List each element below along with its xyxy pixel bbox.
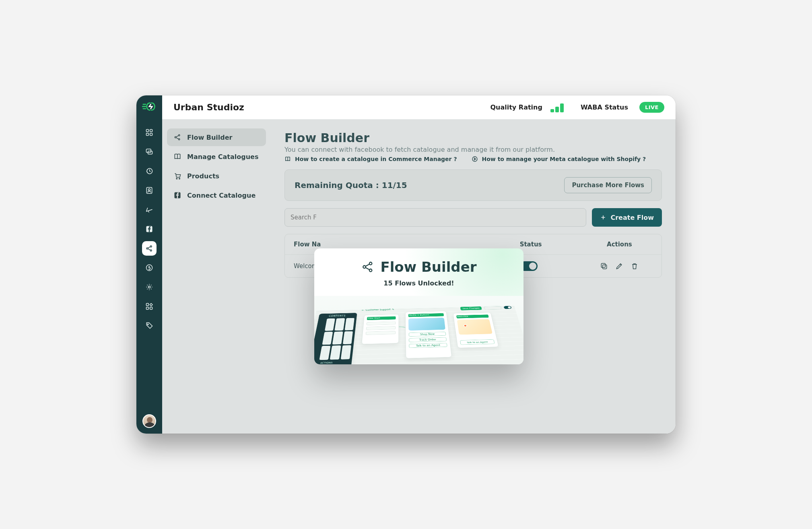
- header: Urban Studioz Quality Rating WABA Status…: [162, 95, 676, 120]
- nav-flows[interactable]: [142, 241, 157, 256]
- svg-point-14: [148, 286, 150, 288]
- modal-subtitle: 15 Flows Unlocked!: [322, 279, 515, 287]
- nav-billing[interactable]: [142, 260, 157, 275]
- svg-point-8: [148, 189, 150, 191]
- nav-broadcast[interactable]: [142, 203, 157, 217]
- preview-save-chip: Save Changes: [460, 306, 482, 310]
- brand-logo-icon: [142, 101, 157, 112]
- preview-flow-start: Flow Start: [361, 314, 399, 344]
- svg-rect-17: [146, 307, 149, 310]
- quality-rating-label: Quality Rating: [490, 103, 542, 111]
- flow-icon: [361, 260, 375, 274]
- preview-webview-card: Webview Talk to an Agent: [453, 312, 499, 348]
- modal-title: Flow Builder: [361, 259, 476, 275]
- svg-point-29: [369, 262, 372, 265]
- flow-builder-modal: Flow Builder 15 Flows Unlocked! ← Custom…: [314, 248, 523, 364]
- waba-status-label: WABA Status: [581, 103, 628, 111]
- preview-media-card: Media + Buttons Shop Now Track Order Tal…: [405, 311, 452, 358]
- svg-point-28: [363, 266, 366, 269]
- svg-rect-0: [146, 130, 149, 132]
- svg-point-10: [146, 248, 148, 249]
- svg-rect-3: [150, 133, 153, 136]
- nav-dashboard[interactable]: [142, 125, 157, 140]
- svg-point-11: [150, 246, 152, 247]
- brand-name: Urban Studioz: [173, 102, 244, 112]
- modal-preview: ← Customer Support ✎ Save Changes: [314, 296, 523, 364]
- svg-point-30: [369, 269, 372, 272]
- nav-chat[interactable]: [142, 145, 157, 159]
- avatar[interactable]: [142, 414, 156, 428]
- svg-point-18: [148, 324, 148, 325]
- nav-settings[interactable]: [142, 280, 157, 294]
- nav-apps[interactable]: [142, 299, 157, 314]
- svg-rect-16: [150, 307, 153, 310]
- nav-rail: [136, 95, 162, 434]
- svg-rect-4: [146, 149, 151, 152]
- quality-bars-icon: [550, 103, 564, 112]
- nav-history[interactable]: [142, 164, 157, 178]
- waba-live-badge: LIVE: [639, 102, 664, 113]
- svg-rect-15: [146, 304, 149, 306]
- preview-toggle: [503, 306, 512, 309]
- svg-rect-1: [150, 130, 153, 132]
- nav-facebook[interactable]: [142, 222, 157, 236]
- nav-tags[interactable]: [142, 318, 157, 333]
- preview-outline-chip: [484, 306, 502, 310]
- svg-rect-7: [146, 188, 152, 194]
- nav-contacts[interactable]: [142, 183, 157, 198]
- svg-rect-2: [146, 133, 149, 136]
- svg-point-12: [150, 250, 152, 251]
- preview-sidebar: ACTIONS: [314, 313, 357, 364]
